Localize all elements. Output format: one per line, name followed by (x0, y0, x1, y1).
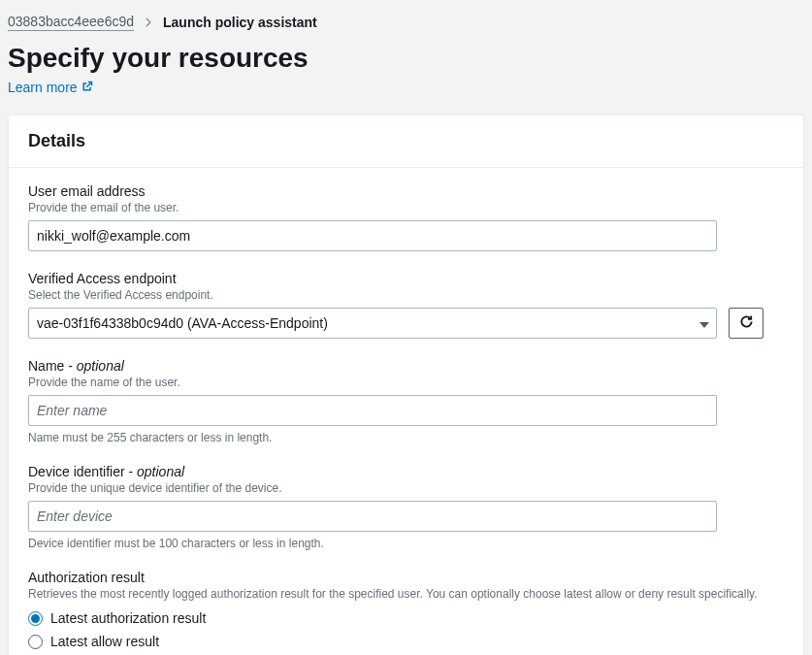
radio-latest-allow[interactable]: Latest allow result (28, 634, 784, 649)
auth-label: Authorization result (28, 570, 784, 585)
name-desc: Provide the name of the user. (28, 376, 784, 389)
device-desc: Provide the unique device identifier of … (28, 481, 784, 495)
radio-icon (28, 611, 43, 626)
learn-more-link[interactable]: Learn more (8, 80, 93, 95)
device-input[interactable] (28, 501, 717, 532)
refresh-icon (739, 314, 754, 332)
name-hint: Name must be 255 characters or less in l… (28, 431, 784, 444)
endpoint-select[interactable]: vae-03f1f64338b0c94d0 (AVA-Access-Endpoi… (28, 308, 717, 339)
email-input[interactable] (28, 220, 717, 251)
breadcrumb: 03883bacc4eee6c9d Launch policy assistan… (0, 0, 812, 39)
email-label: User email address (28, 183, 784, 199)
name-label: Name - optional (28, 358, 784, 374)
field-auth-result: Authorization result Retrieves the most … (28, 570, 784, 655)
endpoint-desc: Select the Verified Access endpoint. (28, 288, 784, 302)
email-desc: Provide the email of the user. (28, 201, 784, 214)
device-hint: Device identifier must be 100 characters… (28, 537, 784, 550)
field-name: Name - optional Provide the name of the … (28, 358, 784, 444)
external-link-icon (81, 80, 93, 95)
endpoint-label: Verified Access endpoint (28, 271, 784, 286)
field-endpoint: Verified Access endpoint Select the Veri… (28, 271, 784, 339)
radio-label: Latest authorization result (50, 610, 206, 626)
name-input[interactable] (28, 395, 717, 426)
device-label: Device identifier - optional (28, 464, 784, 479)
radio-latest-authorization[interactable]: Latest authorization result (28, 610, 784, 626)
field-device: Device identifier - optional Provide the… (28, 464, 784, 550)
field-email: User email address Provide the email of … (28, 183, 784, 251)
chevron-right-icon (144, 15, 153, 30)
refresh-button[interactable] (729, 308, 763, 339)
radio-label: Latest allow result (50, 634, 159, 649)
page-title: Specify your resources (8, 43, 804, 74)
breadcrumb-prev-link[interactable]: 03883bacc4eee6c9d (8, 14, 134, 31)
radio-icon (28, 635, 43, 649)
learn-more-text: Learn more (8, 80, 78, 95)
auth-desc: Retrieves the most recently logged autho… (28, 587, 784, 601)
page-header: Specify your resources Learn more (0, 39, 812, 115)
card-title: Details (9, 115, 803, 168)
breadcrumb-current: Launch policy assistant (163, 15, 317, 30)
details-card: Details User email address Provide the e… (8, 115, 804, 655)
